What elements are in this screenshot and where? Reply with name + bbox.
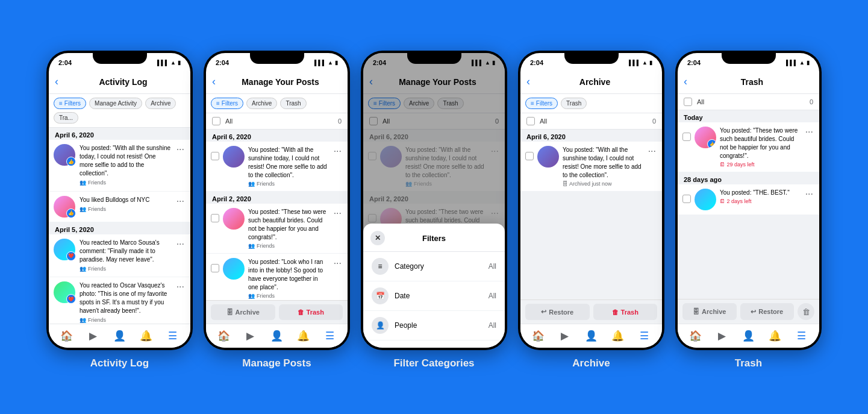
trash-btn-4[interactable]: 🗑 Trash bbox=[593, 304, 658, 320]
nav-bell-2[interactable]: 🔔 bbox=[295, 328, 311, 345]
nav-video-2[interactable]: ▶ bbox=[242, 328, 259, 345]
more-4a[interactable]: ··· bbox=[647, 146, 657, 157]
post-content-2c: You posted: "Look who I ran into in the … bbox=[248, 258, 329, 299]
back-button-2[interactable]: ‹ bbox=[212, 75, 216, 88]
filter-row-category[interactable]: ≡ Category All bbox=[363, 252, 505, 281]
delete-btn-5[interactable]: 🗑 bbox=[798, 303, 814, 320]
nav-bell-5[interactable]: 🔔 bbox=[766, 328, 783, 345]
select-count-5: 0 bbox=[810, 98, 813, 105]
chip-trash-4[interactable]: Trash bbox=[561, 98, 587, 109]
chip-filters-4[interactable]: ≡ Filters bbox=[525, 98, 558, 109]
bottom-nav-5: 🏠 ▶ 👤 🔔 ☰ bbox=[678, 324, 819, 348]
nav-profile-1[interactable]: 👤 bbox=[111, 328, 128, 345]
chips-row-1: ≡ Filters Manage Activity Archive Tra... bbox=[49, 94, 190, 128]
more-2b[interactable]: ··· bbox=[333, 208, 343, 219]
restore-btn-4[interactable]: ↩ Restore bbox=[525, 304, 590, 320]
phone-frame-1: 2:04 ▌▌▌ ▲ ▮ ‹ Activity Log ≡ Filters bbox=[46, 51, 193, 350]
chip-archive-1[interactable]: Archive bbox=[145, 98, 176, 109]
nav-home-1[interactable]: 🏠 bbox=[58, 328, 75, 345]
check-5b[interactable] bbox=[682, 195, 691, 203]
filter-modal-header-3: ✕ Filters bbox=[363, 231, 505, 252]
phone-archive: 2:04 ▌▌▌ ▲ ▮ ‹ Archive ≡ Filters bbox=[518, 51, 664, 369]
nav-profile-4[interactable]: 👤 bbox=[582, 328, 599, 345]
more-2c[interactable]: ··· bbox=[333, 258, 343, 269]
reaction-1d: ❤️ bbox=[66, 294, 76, 304]
archive-btn-5[interactable]: 🗄 Archive bbox=[682, 303, 737, 320]
filter-close-btn-3[interactable]: ✕ bbox=[370, 231, 385, 245]
reaction-5a: 👍 bbox=[707, 139, 716, 148]
phone-frame-3: 2:04 ▌▌▌ ▲ ▮ ‹ Manage Your Posts ≡ Filte… bbox=[361, 51, 507, 350]
chip-manage-1[interactable]: Manage Activity bbox=[89, 98, 142, 109]
trash-btn-2[interactable]: 🗑 Trash bbox=[279, 304, 343, 320]
filter-value-people: All bbox=[489, 321, 496, 330]
status-time-4: 2:04 bbox=[530, 59, 543, 66]
people-icon-3: 👤 bbox=[372, 317, 389, 334]
check-2c[interactable] bbox=[211, 264, 219, 272]
more-5b[interactable]: ··· bbox=[804, 189, 814, 199]
nav-menu-2[interactable]: ☰ bbox=[321, 328, 338, 345]
checkbox-all-5[interactable] bbox=[684, 98, 692, 106]
check-2b[interactable] bbox=[211, 214, 219, 222]
chip-filters-2[interactable]: ≡ Filters bbox=[211, 98, 243, 109]
chip-trash-2[interactable]: Trash bbox=[280, 98, 306, 109]
reaction-1a: 👍 bbox=[66, 157, 76, 166]
chip-trash-1[interactable]: Tra... bbox=[54, 112, 78, 124]
more-btn-1c[interactable]: ··· bbox=[175, 239, 186, 249]
check-4a[interactable] bbox=[525, 152, 534, 160]
signal-icon-1: ▌▌▌ bbox=[157, 60, 169, 66]
more-5a[interactable]: ··· bbox=[804, 127, 814, 137]
nav-bell-1[interactable]: 🔔 bbox=[137, 328, 154, 345]
more-btn-1d[interactable]: ··· bbox=[175, 281, 186, 292]
nav-video-1[interactable]: ▶ bbox=[85, 328, 102, 345]
activity-item-1a: 👍 You posted: "With all the sunshine tod… bbox=[49, 140, 190, 192]
more-2a[interactable]: ··· bbox=[333, 146, 343, 157]
phone-filter-categories: 2:04 ▌▌▌ ▲ ▮ ‹ Manage Your Posts ≡ Filte… bbox=[361, 51, 507, 369]
select-all-label-4: All bbox=[540, 118, 547, 125]
archive-btn-2[interactable]: 🗄 Archive bbox=[211, 304, 275, 320]
phone-manage-posts: 2:04 ▌▌▌ ▲ ▮ ‹ Manage Your Posts ≡ Filte… bbox=[204, 51, 350, 369]
nav-home-5[interactable]: 🏠 bbox=[687, 328, 704, 345]
notch-4 bbox=[564, 51, 619, 64]
action-bar-4: ↩ Restore 🗑 Trash bbox=[520, 300, 662, 324]
nav-profile-2[interactable]: 👤 bbox=[268, 328, 285, 345]
nav-menu-5[interactable]: ☰ bbox=[793, 328, 810, 345]
trash-icon-2: 🗑 bbox=[298, 309, 304, 316]
back-button-5[interactable]: ‹ bbox=[684, 75, 687, 88]
checkbox-all-4[interactable] bbox=[526, 117, 535, 125]
restore-btn-5[interactable]: ↩ Restore bbox=[740, 303, 795, 320]
post-item-2a: You posted: "With all the sunshine today… bbox=[206, 142, 348, 192]
reaction-1c: ❤️ bbox=[66, 251, 76, 261]
check-5a[interactable] bbox=[682, 133, 691, 141]
activity-content-1: April 6, 2020 👍 You posted: "With all th… bbox=[49, 128, 190, 324]
back-button-4[interactable]: ‹ bbox=[526, 75, 530, 88]
signal-icon-4: ▌▌▌ bbox=[629, 60, 640, 66]
nav-home-2[interactable]: 🏠 bbox=[216, 328, 233, 345]
post-content-5a: You posted: "These two were such beautif… bbox=[720, 127, 801, 168]
chip-filters-1[interactable]: ≡ Filters bbox=[54, 98, 86, 109]
nav-bar-5: ‹ Trash bbox=[678, 70, 819, 94]
nav-bell-4[interactable]: 🔔 bbox=[609, 328, 626, 345]
post-item-5b: You posted: "THE. BEST." 🗓 2 days left ·… bbox=[678, 184, 819, 215]
more-btn-1a[interactable]: ··· bbox=[175, 144, 186, 155]
phone-inner-1: 2:04 ▌▌▌ ▲ ▮ ‹ Activity Log ≡ Filters bbox=[49, 53, 190, 348]
chip-archive-2[interactable]: Archive bbox=[246, 98, 277, 109]
checkbox-all-2[interactable] bbox=[212, 117, 220, 125]
nav-video-5[interactable]: ▶ bbox=[714, 328, 731, 345]
check-2a[interactable] bbox=[211, 152, 219, 160]
avatar-1d: ❤️ bbox=[54, 281, 75, 303]
nav-title-1: Activity Log bbox=[63, 77, 183, 87]
filter-row-date[interactable]: 📅 Date All bbox=[363, 281, 505, 311]
nav-profile-5[interactable]: 👤 bbox=[740, 328, 757, 345]
activity-text-1a: You posted: "With all the sunshine today… bbox=[80, 144, 171, 187]
phone-frame-4: 2:04 ▌▌▌ ▲ ▮ ‹ Archive ≡ Filters bbox=[518, 51, 664, 350]
filter-row-people[interactable]: 👤 People All bbox=[363, 311, 505, 340]
notch-2 bbox=[250, 51, 304, 64]
section-date-5b: 28 days ago bbox=[678, 172, 819, 184]
nav-home-4[interactable]: 🏠 bbox=[530, 328, 547, 345]
more-btn-1b[interactable]: ··· bbox=[175, 196, 186, 207]
nav-menu-1[interactable]: ☰ bbox=[164, 328, 181, 345]
status-time-2: 2:04 bbox=[216, 59, 229, 66]
nav-menu-4[interactable]: ☰ bbox=[635, 328, 652, 345]
nav-video-4[interactable]: ▶ bbox=[557, 328, 573, 345]
back-button-1[interactable]: ‹ bbox=[55, 75, 58, 88]
